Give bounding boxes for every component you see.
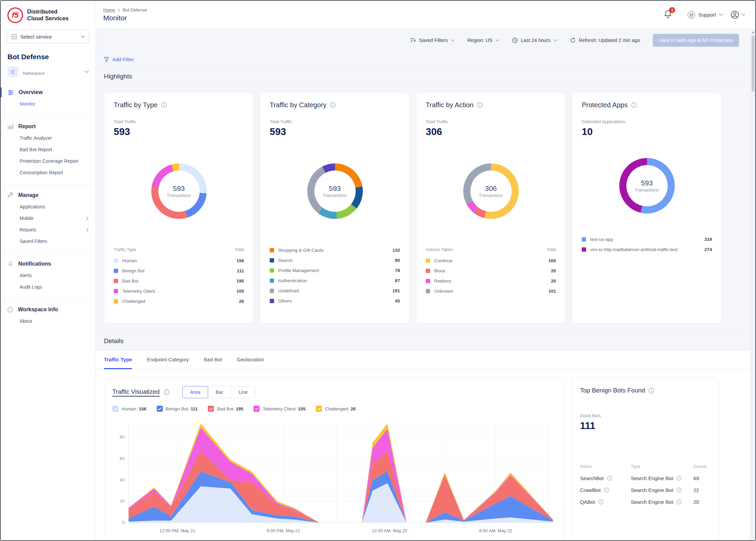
grid-icon	[11, 34, 17, 40]
info-icon[interactable]	[164, 389, 170, 395]
series-toggle-bad-bot[interactable]: Bad Bot: 195	[208, 406, 243, 412]
sidebar-item-consumption-report[interactable]: Consumption Report	[1, 167, 95, 178]
sidebar-item-applications[interactable]: Applications	[1, 201, 95, 212]
scrollbar-up-arrow[interactable]: ▲	[751, 29, 755, 35]
tab-bad-bot[interactable]: Bad Bot	[204, 351, 222, 369]
info-icon[interactable]	[676, 488, 682, 493]
namespace-label: Namespace	[23, 71, 45, 76]
traffic-visualized-panel: Traffic Visualized AreaBarLine Human: 15…	[104, 378, 563, 540]
region-dropdown[interactable]: Region: US	[467, 38, 499, 43]
time-range-dropdown[interactable]: Last 24 hours	[512, 38, 557, 43]
chart-type-area-button[interactable]: Area	[182, 386, 208, 398]
card-title: Traffic by Action	[426, 101, 473, 109]
support-menu[interactable]: @ Support	[688, 11, 723, 19]
saved-filters-dropdown[interactable]: Saved Filters	[410, 38, 454, 43]
series-toggle-challenged[interactable]: Challenged: 26	[316, 406, 356, 412]
vertical-scrollbar[interactable]: ▲	[750, 29, 755, 540]
select-service-dropdown[interactable]: Select service	[7, 30, 89, 43]
sidebar-item-monitor[interactable]: Monitor	[1, 98, 95, 110]
sidebar-item-audit-logs[interactable]: Audit Logs	[1, 281, 95, 293]
metric-label: Defended Applications	[582, 119, 712, 124]
chart-type-bar-button[interactable]: Bar	[208, 386, 231, 398]
view-in-waap-button[interactable]: View in Web App & API Protection	[653, 34, 739, 47]
card-title: Traffic by Type	[114, 101, 158, 109]
info-icon[interactable]	[631, 102, 637, 108]
series-toggle-benign-bot[interactable]: Benign Bot: 111	[157, 406, 198, 412]
f5-logo-icon: f5	[7, 7, 23, 23]
protected-apps-donut[interactable]: 593Transactions	[619, 158, 675, 213]
svg-text:0: 0	[122, 520, 125, 525]
donut-center-value: 593	[173, 184, 185, 193]
traffic-by-type-donut[interactable]: 593Transactions	[151, 163, 207, 219]
donut-center-value: 593	[329, 184, 341, 193]
scrollbar-thumb[interactable]	[752, 36, 755, 92]
sidebar-item-alerts[interactable]: Alerts	[1, 270, 95, 281]
checkbox-checked-icon	[316, 406, 322, 412]
bot-name: SearchBot	[580, 475, 604, 481]
sidebar-section-notifications[interactable]: Notifications	[1, 258, 95, 270]
tab-traffic-type[interactable]: Traffic Type	[104, 351, 132, 369]
sidebar-section-manage[interactable]: Manage	[1, 189, 95, 201]
traffic-by-category-donut[interactable]: 593Transactions	[307, 163, 363, 219]
sidebar-item-about[interactable]: About	[1, 315, 95, 327]
refresh-button[interactable]: Refresh: Updated 2 min ago	[570, 38, 640, 43]
brand-name: Distributed Cloud Services	[27, 8, 69, 22]
info-icon[interactable]	[676, 499, 682, 504]
donut-center-label: Transactions	[323, 193, 347, 198]
legend-value: 132	[392, 248, 400, 253]
tab-geolocation[interactable]: Geolocation	[237, 351, 264, 369]
sidebar-section-report[interactable]: Report	[1, 121, 95, 132]
legend-item: Benign Bot111	[114, 266, 244, 276]
legend-item: Authentication67	[270, 275, 400, 286]
traffic-by-category-legend: Shopping & Gift Cards132Search80Profile …	[270, 245, 400, 306]
legend-label: test-us-app	[590, 237, 613, 242]
tab-endpoint-category[interactable]: Endpoint Category	[147, 351, 189, 369]
legend-value: 191	[392, 288, 400, 293]
traffic-by-type-legend: Traffic TypeTotalHuman156Benign Bot111Ba…	[114, 245, 244, 306]
info-icon[interactable]	[598, 499, 603, 504]
series-checkboxes: Human: 156Benign Bot: 111Bad Bot: 195Tel…	[112, 406, 555, 412]
checkbox-checked-icon	[112, 406, 118, 412]
bell-icon	[7, 261, 14, 267]
info-icon[interactable]	[604, 488, 609, 493]
good-bots-label: Good Bots	[580, 413, 710, 418]
account-menu[interactable]	[730, 10, 745, 19]
legend-item: Undefined191	[270, 286, 400, 296]
namespace-selector[interactable]: C Namespace	[7, 66, 89, 77]
info-icon[interactable]	[161, 102, 167, 108]
info-icon[interactable]	[676, 476, 682, 481]
legend-label: Profile Management	[278, 268, 319, 273]
info-icon[interactable]	[648, 388, 654, 393]
filter-toolbar: Saved Filters Region: US Last 24 hours	[96, 29, 755, 51]
bot-type: Search Engine Bot	[631, 499, 673, 505]
traffic-area-chart[interactable]: 02040608012:00 PM, May 216:00 PM, May 21…	[112, 412, 555, 537]
series-toggle-telemetry-client[interactable]: Telemetry Client: 105	[253, 406, 306, 412]
sidebar-item-saved-filters[interactable]: Saved Filters	[1, 235, 95, 247]
info-icon[interactable]	[477, 102, 483, 108]
sidebar-section-overview[interactable]: Overview	[1, 87, 95, 98]
legend-swatch	[114, 269, 118, 273]
add-filter-button[interactable]: Add Filter	[104, 57, 134, 62]
sidebar-item-mobile[interactable]: Mobile	[1, 212, 95, 224]
sidebar-item-bad-bot-report[interactable]: Bad Bot Report	[1, 144, 95, 155]
add-filter-label: Add Filter	[112, 57, 134, 62]
series-toggle-human[interactable]: Human: 156	[112, 406, 147, 412]
legend-value: 195	[236, 278, 244, 284]
sidebar-item-reports[interactable]: Reports	[1, 224, 95, 235]
support-icon: @	[688, 11, 695, 19]
chevron-down-icon	[451, 39, 454, 42]
chart-type-line-button[interactable]: Line	[231, 386, 255, 398]
legend-label: ves-io-http-loadbalancer-artificial-traf…	[590, 247, 678, 252]
chevron-right-icon	[86, 217, 89, 220]
sidebar-item-protection-coverage-report[interactable]: Protection Coverage Report	[1, 155, 95, 167]
legend-label: Unknown	[434, 289, 453, 294]
sidebar-item-traffic-analyzer[interactable]: Traffic Analyzer	[1, 132, 95, 144]
sidebar-section-workspace-info[interactable]: Workspace Info	[1, 304, 95, 315]
legend-label: Authentication	[278, 278, 307, 283]
traffic-by-action-donut[interactable]: 306Transactions	[463, 163, 519, 219]
info-icon[interactable]	[330, 102, 336, 108]
info-icon[interactable]	[607, 476, 612, 481]
notifications-button[interactable]: 1	[663, 9, 672, 20]
benign-bots-table: NameTypeEvents SearchBot Search Engine B…	[580, 464, 710, 508]
breadcrumb-home-link[interactable]: Home	[103, 7, 115, 13]
